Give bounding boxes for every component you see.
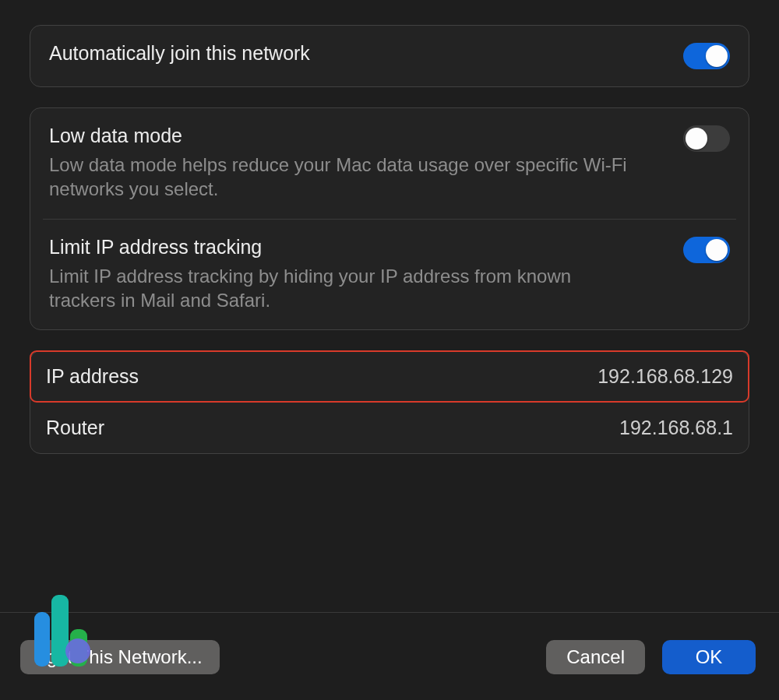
cancel-button[interactable]: Cancel — [546, 640, 645, 674]
limit-ip-tracking-label: Limit IP address tracking — [49, 235, 668, 259]
ip-address-label: IP address — [46, 365, 139, 388]
forget-network-button[interactable]: get This Network... — [20, 640, 220, 674]
toggle-knob-icon — [706, 45, 728, 67]
router-value: 192.168.68.1 — [619, 417, 733, 439]
data-privacy-panel: Low data mode Low data mode helps reduce… — [30, 107, 749, 330]
auto-join-panel: Automatically join this network — [30, 25, 749, 87]
footer: get This Network... Cancel OK — [0, 625, 779, 700]
network-info-panel: IP address 192.168.68.129 Router 192.168… — [30, 350, 749, 454]
ip-address-row: IP address 192.168.68.129 — [30, 351, 749, 402]
limit-ip-tracking-description: Limit IP address tracking by hiding your… — [49, 264, 641, 312]
footer-divider — [0, 612, 779, 613]
auto-join-label: Automatically join this network — [49, 41, 668, 65]
router-label: Router — [46, 417, 104, 439]
low-data-mode-description: Low data mode helps reduce your Mac data… — [49, 153, 641, 201]
toggle-knob-icon — [706, 239, 728, 261]
low-data-mode-toggle[interactable] — [683, 125, 730, 152]
auto-join-toggle[interactable] — [683, 43, 730, 69]
toggle-knob-icon — [686, 128, 707, 149]
ok-button[interactable]: OK — [662, 640, 756, 674]
limit-ip-tracking-toggle[interactable] — [683, 237, 730, 263]
ip-address-value: 192.168.68.129 — [597, 365, 733, 388]
low-data-mode-label: Low data mode — [49, 124, 668, 148]
router-row: Router 192.168.68.1 — [40, 402, 739, 453]
